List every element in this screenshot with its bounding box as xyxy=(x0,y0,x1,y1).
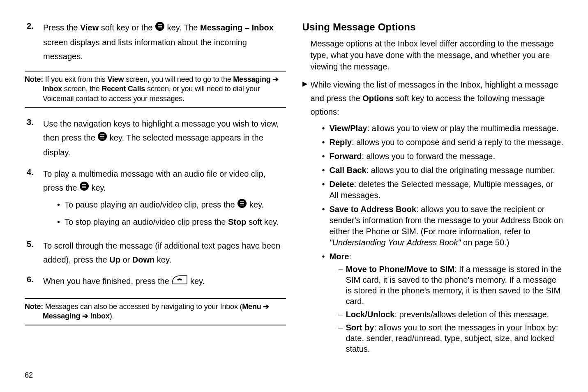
note-label: Note: xyxy=(25,75,43,83)
more-move: –Move to Phone/Move to SIM: If a message… xyxy=(339,264,564,307)
text: key. The xyxy=(165,23,200,32)
text: key. xyxy=(89,183,106,192)
step-2: 2. Press the View soft key or the key. T… xyxy=(25,21,286,63)
instruction-body: While viewing the list of messages in th… xyxy=(311,78,564,119)
bullet-dot: • xyxy=(57,215,65,229)
step-body: To scroll through the message (if additi… xyxy=(43,239,286,267)
step-body: When you have finished, press the key. xyxy=(43,274,286,289)
instruction-item: ▶ While viewing the list of messages in … xyxy=(302,78,564,119)
step-number: 3. xyxy=(27,117,43,159)
bullet-dot: • xyxy=(322,165,330,176)
sub-label: Move to Phone/Move to SIM xyxy=(346,265,454,274)
text: soft key or the xyxy=(99,23,155,32)
note-1: Note: If you exit from this View screen,… xyxy=(25,71,286,108)
option-label: Save to Address Book xyxy=(330,205,417,214)
option-callback: •Call Back: allows you to dial the origi… xyxy=(322,165,564,176)
arrow-icon: ➔ xyxy=(261,302,270,311)
text: If you exit from this xyxy=(43,75,107,83)
step-3: 3. Use the navigation keys to highlight … xyxy=(25,117,286,159)
option-text: : allows you to compose and send a reply… xyxy=(352,138,563,147)
text: To stop playing an audio/video clip pres… xyxy=(65,217,228,226)
option-text: : allows you to dial the originating mes… xyxy=(367,166,555,175)
option-forward: •Forward: allows you to forward the mess… xyxy=(322,151,564,162)
text: Press the xyxy=(43,23,80,32)
triangle-bullet-icon: ▶ xyxy=(302,78,311,119)
option-reply: •Reply: allows you to compose and send a… xyxy=(322,137,564,148)
section-heading: Using Message Options xyxy=(302,21,564,34)
step-body: To play a multimedia message with an aud… xyxy=(43,167,286,231)
step-body: Press the View soft key or the key. The … xyxy=(43,21,286,63)
arrow-icon: ➔ xyxy=(80,312,90,320)
sub-bullet: • To stop playing an audio/video clip pr… xyxy=(57,215,286,229)
note-label: Note: xyxy=(25,302,43,311)
ok-key-icon xyxy=(97,131,107,145)
colon: : xyxy=(349,252,351,261)
option-label: More xyxy=(330,252,349,261)
text: screen displays and lists information ab… xyxy=(43,38,247,61)
step-5: 5. To scroll through the message (if add… xyxy=(25,239,286,267)
more-lock: –Lock/Unlock: prevents/allows deletion o… xyxy=(339,309,564,320)
up-key-label: Up xyxy=(109,255,120,264)
dash-bullet: – xyxy=(339,322,346,354)
bullet-dot: • xyxy=(322,137,330,148)
ok-key-icon xyxy=(79,181,89,195)
option-delete: •Delete: deletes the Selected message, M… xyxy=(322,179,564,201)
ok-key-icon xyxy=(155,21,165,35)
step-6: 6. When you have finished, press the key… xyxy=(25,274,286,289)
recent-calls-label: Recent Calls xyxy=(101,85,145,93)
option-save-address-book: •Save to Address Book: allows you to sav… xyxy=(322,204,564,248)
text: key. xyxy=(188,277,205,286)
ok-key-icon xyxy=(237,198,247,212)
cross-reference: "Understanding Your Address Book" xyxy=(330,238,461,247)
sub-text: : allows you to sort the messages in you… xyxy=(346,323,558,353)
text: When you have finished, press the xyxy=(43,277,171,286)
more-sublist: –Move to Phone/Move to SIM: If a message… xyxy=(339,264,564,354)
view-label: View xyxy=(107,75,124,83)
text: or xyxy=(120,255,132,264)
text: Messages can also be accessed by navigat… xyxy=(43,302,242,311)
sub-bullet-body: To stop playing an audio/video clip pres… xyxy=(65,215,279,229)
down-key-label: Down xyxy=(132,255,154,264)
messaging-label: Messaging xyxy=(233,75,270,83)
inbox-label: Inbox xyxy=(90,312,110,320)
option-viewplay: •View/Play: allows you to view or play t… xyxy=(322,123,564,134)
bullet-dot: • xyxy=(322,123,330,134)
text: To pause playing an audio/video clip, pr… xyxy=(65,200,237,209)
dash-bullet: – xyxy=(339,264,346,307)
options-label: Options xyxy=(362,94,394,103)
bullet-dot: • xyxy=(57,198,65,212)
sub-label: Lock/Unlock xyxy=(346,310,395,319)
messaging-inbox-label: Messaging – Inbox xyxy=(200,23,274,32)
step-4: 4. To play a multimedia message with an … xyxy=(25,167,286,231)
note-2: Note: Messages can also be accessed by n… xyxy=(25,298,286,325)
end-key-icon xyxy=(171,275,188,289)
sub-bullet: • To pause playing an audio/video clip, … xyxy=(57,198,286,212)
view-key-label: View xyxy=(80,23,99,32)
inbox-label: Inbox xyxy=(43,85,62,93)
step-number: 5. xyxy=(27,239,43,267)
option-text: : allows you to forward the message. xyxy=(362,152,495,161)
text: soft key. xyxy=(246,217,279,226)
step-number: 6. xyxy=(27,274,43,289)
text: screen, you will need to go to the xyxy=(124,75,233,83)
left-column: 2. Press the View soft key or the key. T… xyxy=(25,21,286,363)
messaging-label: Messaging xyxy=(43,312,80,320)
option-label: Delete xyxy=(330,180,354,189)
option-text: : deletes the Selected message, Multiple… xyxy=(330,180,553,200)
sub-text: : prevents/allows deletion of this messa… xyxy=(394,310,549,319)
bullet-dot: • xyxy=(322,251,330,357)
menu-label: Menu xyxy=(242,302,261,311)
right-column: Using Message Options Message options at… xyxy=(302,21,564,363)
step-number: 4. xyxy=(27,167,43,231)
options-list: •View/Play: allows you to view or play t… xyxy=(322,123,564,357)
option-text: : allows you to view or play the multime… xyxy=(367,124,558,133)
option-label: Forward xyxy=(330,152,362,161)
option-label: Call Back xyxy=(330,166,367,175)
step-number: 2. xyxy=(27,21,43,63)
text: key. xyxy=(247,200,264,209)
option-label: View/Play xyxy=(330,124,367,133)
text: key. xyxy=(154,255,171,264)
sub-label: Sort by xyxy=(346,323,374,332)
arrow-icon: ➔ xyxy=(271,75,279,83)
page-number: 62 xyxy=(25,371,563,380)
